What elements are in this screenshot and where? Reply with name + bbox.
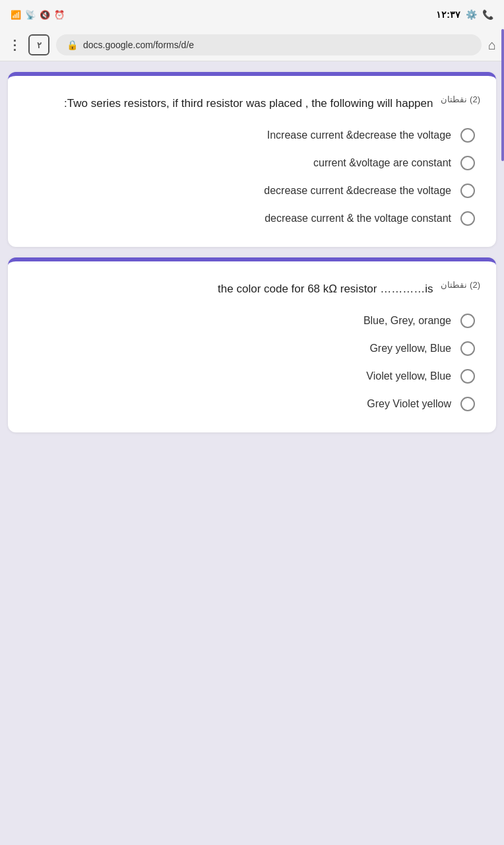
option-label-2-3: Violet yellow, Blue bbox=[366, 370, 451, 382]
radio-1-2[interactable] bbox=[460, 156, 475, 170]
status-icons: 📶 📡 🔇 ⏰ bbox=[11, 10, 65, 20]
mute-icon: 🔇 bbox=[40, 10, 50, 20]
url-text: docs.google.com/forms/d/e bbox=[83, 40, 194, 50]
url-bar[interactable]: 🔒 docs.google.com/forms/d/e bbox=[56, 34, 482, 55]
question-card-1: (2) نقطتان Two series resistors, if thir… bbox=[8, 72, 496, 247]
lock-icon: 🔒 bbox=[67, 40, 78, 50]
option-label-1-3: decrease current &decrease the voltage bbox=[264, 185, 451, 197]
question-header-2: (2) نقطتان the color code for 68 kΩ resi… bbox=[24, 280, 480, 298]
option-2-1[interactable]: Blue, Grey, orange bbox=[24, 314, 480, 328]
status-bar: 📶 📡 🔇 ⏰ 📞 ⚙️ ١٢:٣٧ bbox=[0, 0, 504, 29]
option-label-1-2: current &voltage are constant bbox=[313, 157, 451, 169]
signal-icon: 📶 bbox=[11, 10, 21, 20]
option-label-2-4: Grey Violet yellow bbox=[367, 398, 451, 410]
radio-2-2[interactable] bbox=[460, 341, 475, 356]
option-2-2[interactable]: Grey yellow, Blue bbox=[24, 341, 480, 356]
tab-counter[interactable]: ٢ bbox=[28, 34, 49, 55]
status-right: 📞 ⚙️ ١٢:٣٧ bbox=[436, 9, 493, 20]
option-label-1-1: Increase current &decrease the voltage bbox=[267, 129, 451, 141]
wifi-icon: 📡 bbox=[25, 10, 36, 20]
radio-2-3[interactable] bbox=[460, 369, 475, 384]
points-label-1: (2) نقطتان bbox=[441, 94, 480, 104]
scroll-indicator bbox=[501, 29, 504, 161]
question-header-1: (2) نقطتان Two series resistors, if thir… bbox=[24, 94, 480, 112]
question-text-1: Two series resistors, if third resistor … bbox=[24, 94, 433, 112]
option-1-2[interactable]: current &voltage are constant bbox=[24, 156, 480, 170]
radio-1-1[interactable] bbox=[460, 128, 475, 143]
radio-1-3[interactable] bbox=[460, 184, 475, 198]
option-1-4[interactable]: decrease current & the voltage constant bbox=[24, 211, 480, 226]
radio-1-4[interactable] bbox=[460, 211, 475, 226]
options-list-1: Increase current &decrease the voltage c… bbox=[24, 128, 480, 226]
menu-dots[interactable]: ⋮ bbox=[8, 37, 22, 53]
settings-icon: ⚙️ bbox=[466, 9, 477, 20]
option-label-1-4: decrease current & the voltage constant bbox=[265, 213, 451, 224]
option-1-1[interactable]: Increase current &decrease the voltage bbox=[24, 128, 480, 143]
question-card-2: (2) نقطتان the color code for 68 kΩ resi… bbox=[8, 257, 496, 432]
options-list-2: Blue, Grey, orange Grey yellow, Blue Vio… bbox=[24, 314, 480, 411]
option-2-3[interactable]: Violet yellow, Blue bbox=[24, 369, 480, 384]
option-label-2-2: Grey yellow, Blue bbox=[369, 343, 451, 355]
radio-2-1[interactable] bbox=[460, 314, 475, 328]
question-text-2: the color code for 68 kΩ resistor …………is bbox=[24, 280, 433, 298]
option-label-2-1: Blue, Grey, orange bbox=[363, 315, 451, 327]
radio-2-4[interactable] bbox=[460, 397, 475, 411]
alarm-icon: ⏰ bbox=[54, 10, 65, 20]
browser-bar: ⋮ ٢ 🔒 docs.google.com/forms/d/e ⌂ bbox=[0, 29, 504, 61]
home-icon[interactable]: ⌂ bbox=[488, 38, 496, 53]
option-2-4[interactable]: Grey Violet yellow bbox=[24, 397, 480, 411]
option-1-3[interactable]: decrease current &decrease the voltage bbox=[24, 184, 480, 198]
page-content: (2) نقطتان Two series resistors, if thir… bbox=[0, 61, 504, 845]
phone-icon: 📞 bbox=[482, 9, 493, 20]
points-label-2: (2) نقطتان bbox=[441, 280, 480, 290]
clock: ١٢:٣٧ bbox=[436, 9, 460, 20]
